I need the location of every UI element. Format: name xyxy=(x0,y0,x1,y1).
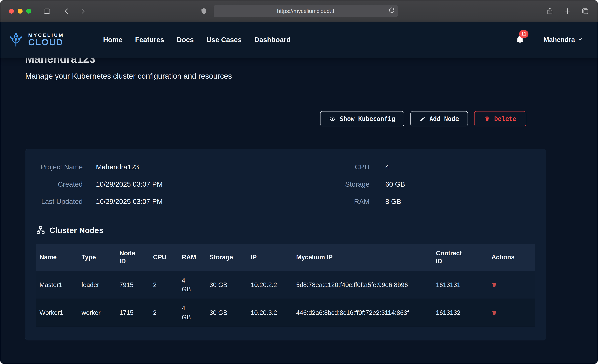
url-text: https://myceliumcloud.tf xyxy=(277,8,334,14)
notifications-button[interactable]: 11 xyxy=(515,35,524,45)
address-bar[interactable]: https://myceliumcloud.tf xyxy=(214,5,398,17)
delete-node-button[interactable] xyxy=(491,282,497,288)
cell-ram: 4 GB xyxy=(178,299,206,327)
nav-item-features[interactable]: Features xyxy=(135,36,164,44)
nodes-table: Name Type Node ID CPU RAM Storage IP Myc… xyxy=(36,244,535,327)
privacy-shield-icon[interactable] xyxy=(200,8,207,15)
cell-cpu: 2 xyxy=(150,299,178,327)
app-navbar: MYCELIUM CLOUD Home Features Docs Use Ca… xyxy=(0,22,598,58)
cluster-nodes-title: Cluster Nodes xyxy=(50,226,103,235)
nav-item-home[interactable]: Home xyxy=(103,36,123,44)
cell-mycelium-ip: 5d8:78ea:a120:f40c:ff0f:a5fe:99e6:8b96 xyxy=(293,271,433,299)
cluster-details: Project Name Mahendra123 Created 10/29/2… xyxy=(36,163,535,206)
delete-cluster-button[interactable]: Delete xyxy=(474,111,526,126)
col-header-node-id: Node ID xyxy=(116,244,150,271)
hierarchy-icon xyxy=(36,225,45,235)
show-kubeconfig-button[interactable]: Show Kubeconfig xyxy=(320,111,404,126)
ram-label: RAM xyxy=(286,198,385,206)
col-header-ip: IP xyxy=(248,244,293,271)
eye-icon xyxy=(329,116,336,122)
cell-actions xyxy=(488,271,535,299)
notification-badge: 11 xyxy=(519,30,528,38)
cell-storage: 30 GB xyxy=(206,299,247,327)
cell-type: leader xyxy=(78,271,116,299)
trash-icon xyxy=(484,116,490,122)
browser-window: https://myceliumcloud.tf xyxy=(0,0,598,364)
col-header-contract-id: Contract ID xyxy=(432,244,488,271)
cell-cpu: 2 xyxy=(150,271,178,299)
cell-name: Master1 xyxy=(36,271,78,299)
pencil-icon xyxy=(419,116,425,122)
col-header-type: Type xyxy=(78,244,116,271)
add-node-button[interactable]: Add Node xyxy=(410,111,468,126)
delete-label: Delete xyxy=(494,115,516,123)
cell-contract-id: 1613131 xyxy=(432,271,488,299)
created-value: 10/29/2025 03:07 PM xyxy=(96,180,286,188)
add-node-label: Add Node xyxy=(429,115,459,123)
cell-ip: 10.20.3.2 xyxy=(248,299,293,327)
table-row: Master1 leader 7915 2 4 GB 30 GB 10.20.2… xyxy=(36,271,535,299)
cell-ip: 10.20.2.2 xyxy=(248,271,293,299)
last-updated-value: 10/29/2025 03:07 PM xyxy=(96,198,286,206)
col-header-actions: Actions xyxy=(488,244,535,271)
col-header-name: Name xyxy=(36,244,78,271)
cell-name: Worker1 xyxy=(36,299,78,327)
cell-node-id: 7915 xyxy=(116,271,150,299)
bell-icon xyxy=(515,42,524,44)
brand-name-top: MYCELIUM xyxy=(28,33,64,38)
storage-label: Storage xyxy=(286,180,385,188)
project-name-label: Project Name xyxy=(36,163,96,171)
user-menu[interactable]: Mahendra xyxy=(544,36,583,43)
new-tab-icon[interactable] xyxy=(564,8,571,15)
cluster-nodes-heading: Cluster Nodes xyxy=(36,225,535,235)
col-header-cpu: CPU xyxy=(150,244,178,271)
tab-overview-icon[interactable] xyxy=(581,7,589,15)
close-window-button[interactable] xyxy=(9,9,14,14)
nav-item-use-cases[interactable]: Use Cases xyxy=(206,36,241,44)
nav-item-docs[interactable]: Docs xyxy=(177,36,194,44)
reload-icon[interactable] xyxy=(389,7,395,15)
zoom-window-button[interactable] xyxy=(26,9,31,14)
brand-name-bottom: CLOUD xyxy=(28,38,64,47)
cell-actions xyxy=(488,299,535,327)
last-updated-label: Last Updated xyxy=(36,198,96,206)
show-kubeconfig-label: Show Kubeconfig xyxy=(340,115,395,123)
browser-chrome: https://myceliumcloud.tf xyxy=(0,0,598,22)
cell-storage: 30 GB xyxy=(206,271,247,299)
cpu-value: 4 xyxy=(385,163,535,171)
brand-logo[interactable]: MYCELIUM CLOUD xyxy=(8,31,64,49)
cluster-details-card: Project Name Mahendra123 Created 10/29/2… xyxy=(25,149,546,340)
ram-value: 8 GB xyxy=(385,198,535,206)
main-navigation: Home Features Docs Use Cases Dashboard xyxy=(103,36,291,44)
cell-mycelium-ip: 446:d2a6:8bcd:8c16:ff0f:72e2:3114:863f xyxy=(293,299,433,327)
user-name: Mahendra xyxy=(544,36,575,43)
mycelium-logo-icon xyxy=(8,31,24,49)
cell-node-id: 1715 xyxy=(116,299,150,327)
col-header-ram: RAM xyxy=(178,244,206,271)
col-header-storage: Storage xyxy=(206,244,247,271)
cluster-actions: Show Kubeconfig Add Node Delete xyxy=(25,111,546,126)
page-content: Mahendra123 Manage your Kubernetes clust… xyxy=(0,58,598,364)
sidebar-toggle-icon[interactable] xyxy=(43,7,51,15)
cell-ram: 4 GB xyxy=(178,271,206,299)
nav-item-dashboard[interactable]: Dashboard xyxy=(254,36,291,44)
col-header-mycelium-ip: Mycelium IP xyxy=(293,244,433,271)
table-row: Worker1 worker 1715 2 4 GB 30 GB 10.20.3… xyxy=(36,299,535,327)
window-controls xyxy=(9,9,31,14)
page-subtitle: Manage your Kubernetes cluster configura… xyxy=(25,72,546,81)
created-label: Created xyxy=(36,180,96,188)
table-header-row: Name Type Node ID CPU RAM Storage IP Myc… xyxy=(36,244,535,271)
cpu-label: CPU xyxy=(286,163,385,171)
minimize-window-button[interactable] xyxy=(17,9,23,14)
forward-icon[interactable] xyxy=(80,8,86,14)
storage-value: 60 GB xyxy=(385,180,535,188)
cell-contract-id: 1613132 xyxy=(432,299,488,327)
cell-type: worker xyxy=(78,299,116,327)
delete-node-button[interactable] xyxy=(491,310,497,316)
project-name-value: Mahendra123 xyxy=(96,163,286,171)
back-icon[interactable] xyxy=(63,8,70,14)
share-icon[interactable] xyxy=(546,8,554,15)
chevron-down-icon xyxy=(578,36,583,43)
